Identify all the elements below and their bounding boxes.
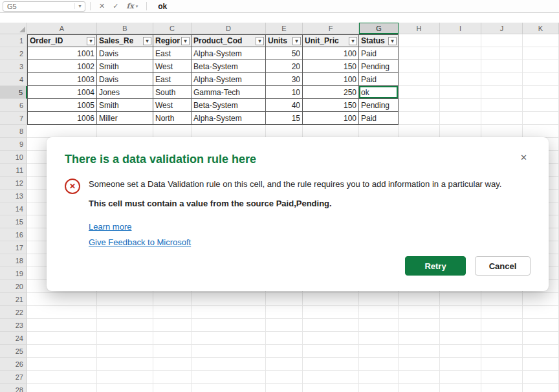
cell-J27[interactable] — [481, 371, 523, 384]
cell-J22[interactable] — [481, 306, 523, 319]
column-header-J[interactable]: J — [481, 23, 523, 34]
cell-G22[interactable] — [359, 306, 399, 319]
row-header-10[interactable]: 10 — [0, 151, 27, 164]
cell-J25[interactable] — [481, 345, 523, 358]
cell-D27[interactable] — [192, 371, 266, 384]
cell-E27[interactable] — [266, 371, 303, 384]
cell-E28[interactable] — [266, 384, 303, 392]
row-header-26[interactable]: 26 — [0, 358, 27, 371]
cell-B25[interactable] — [97, 345, 153, 358]
cell-J2[interactable] — [481, 47, 523, 60]
cell-H23[interactable] — [399, 319, 440, 332]
insert-function-button[interactable]: fx ▾ — [122, 2, 142, 10]
cell-A21[interactable] — [27, 293, 97, 306]
cell-G26[interactable] — [359, 358, 399, 371]
cell-H22[interactable] — [399, 306, 440, 319]
cell-B21[interactable] — [97, 293, 153, 306]
cell-E25[interactable] — [266, 345, 303, 358]
cell-I6[interactable] — [440, 99, 481, 112]
cell-E4[interactable]: 30 — [266, 73, 303, 86]
cell-E6[interactable]: 40 — [266, 99, 303, 112]
row-header-19[interactable]: 19 — [0, 267, 27, 280]
cell-C25[interactable] — [153, 345, 192, 358]
cell-D23[interactable] — [192, 319, 266, 332]
cell-C23[interactable] — [153, 319, 192, 332]
cell-A27[interactable] — [27, 371, 97, 384]
cell-H2[interactable] — [399, 47, 440, 60]
cell-I8[interactable] — [440, 125, 481, 138]
cell-H6[interactable] — [399, 99, 440, 112]
cell-A3[interactable]: 1002 — [27, 60, 97, 73]
cell-K1[interactable] — [523, 34, 559, 47]
cell-G24[interactable] — [359, 332, 399, 345]
cell-K7[interactable] — [523, 112, 559, 125]
cell-J3[interactable] — [481, 60, 523, 73]
cell-I25[interactable] — [440, 345, 481, 358]
cell-H7[interactable] — [399, 112, 440, 125]
cell-F26[interactable] — [303, 358, 359, 371]
cell-F2[interactable]: 100 — [303, 47, 359, 60]
row-header-6[interactable]: 6 — [0, 99, 27, 112]
cell-G27[interactable] — [359, 371, 399, 384]
cell-F6[interactable]: 150 — [303, 99, 359, 112]
row-header-20[interactable]: 20 — [0, 280, 27, 293]
cell-C6[interactable]: West — [153, 99, 192, 112]
cell-B2[interactable]: Davis — [97, 47, 153, 60]
row-header-23[interactable]: 23 — [0, 319, 27, 332]
cell-K28[interactable] — [523, 384, 559, 392]
row-header-27[interactable]: 27 — [0, 371, 27, 384]
cell-B6[interactable]: Smith — [97, 99, 153, 112]
cell-G7[interactable]: Paid — [359, 112, 399, 125]
row-header-1[interactable]: 1 — [0, 34, 27, 47]
cell-A2[interactable]: 1001 — [27, 47, 97, 60]
cell-A25[interactable] — [27, 345, 97, 358]
cell-I23[interactable] — [440, 319, 481, 332]
cell-K24[interactable] — [523, 332, 559, 345]
cell-K2[interactable] — [523, 47, 559, 60]
filter-dropdown-button[interactable]: ▾ — [87, 37, 95, 45]
cell-B23[interactable] — [97, 319, 153, 332]
column-header-A[interactable]: A — [27, 23, 97, 34]
cell-J28[interactable] — [481, 384, 523, 392]
cell-G6[interactable]: Pending — [359, 99, 399, 112]
cell-K21[interactable] — [523, 293, 559, 306]
filter-dropdown-button[interactable]: ▾ — [388, 37, 397, 45]
column-header-I[interactable]: I — [440, 23, 481, 34]
retry-button[interactable]: Retry — [405, 256, 466, 276]
cell-E21[interactable] — [266, 293, 303, 306]
filter-dropdown-button[interactable]: ▾ — [292, 37, 301, 45]
column-header-H[interactable]: H — [399, 23, 440, 34]
row-header-15[interactable]: 15 — [0, 215, 27, 228]
cell-A4[interactable]: 1003 — [27, 73, 97, 86]
cell-B26[interactable] — [97, 358, 153, 371]
cell-G5[interactable]: ok — [359, 86, 399, 99]
cell-E23[interactable] — [266, 319, 303, 332]
close-icon[interactable]: ✕ — [517, 151, 531, 164]
cell-E22[interactable] — [266, 306, 303, 319]
feedback-link[interactable]: Give Feedback to Microsoft — [89, 237, 191, 248]
cell-H28[interactable] — [399, 384, 440, 392]
cell-B24[interactable] — [97, 332, 153, 345]
cell-K3[interactable] — [523, 60, 559, 73]
cell-C21[interactable] — [153, 293, 192, 306]
column-header-F[interactable]: F — [303, 23, 359, 34]
cell-G1[interactable]: Status▾ — [359, 34, 399, 47]
cell-J8[interactable] — [481, 125, 523, 138]
cell-D4[interactable]: Alpha-System — [192, 73, 266, 86]
cell-H26[interactable] — [399, 358, 440, 371]
cell-C22[interactable] — [153, 306, 192, 319]
cell-G3[interactable]: Pending — [359, 60, 399, 73]
cell-F28[interactable] — [303, 384, 359, 392]
cell-K8[interactable] — [523, 125, 559, 138]
column-header-G[interactable]: G — [359, 23, 399, 34]
row-header-13[interactable]: 13 — [0, 190, 27, 202]
row-header-9[interactable]: 9 — [0, 138, 27, 151]
cell-G21[interactable] — [359, 293, 399, 306]
cell-I1[interactable] — [440, 34, 481, 47]
cell-A6[interactable]: 1005 — [27, 99, 97, 112]
cell-A28[interactable] — [27, 384, 97, 392]
cell-J1[interactable] — [481, 34, 523, 47]
cell-D25[interactable] — [192, 345, 266, 358]
filter-dropdown-button[interactable]: ▾ — [349, 37, 357, 45]
cell-H5[interactable] — [399, 86, 440, 99]
